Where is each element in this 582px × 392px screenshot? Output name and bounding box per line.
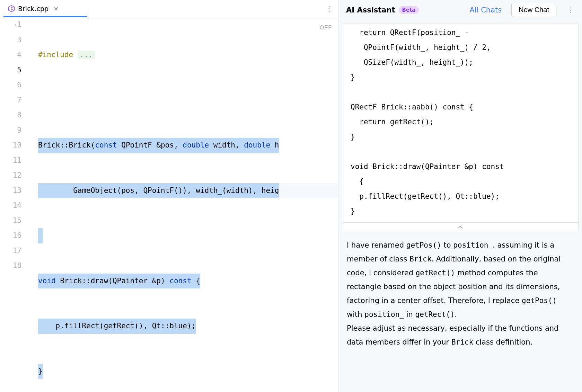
code-line [38, 228, 338, 243]
assistant-code-content[interactable]: return QRectF(position_ - QPointF(width_… [342, 24, 578, 222]
code-collapse-icon[interactable] [342, 222, 578, 231]
line-number: 1› [0, 17, 21, 33]
assistant-title: AI Assistant [346, 6, 395, 14]
line-number: 16 [0, 228, 21, 243]
assistant-more-icon[interactable]: ⋮ [567, 6, 574, 14]
code-line [38, 93, 338, 108]
line-number: 13 [0, 183, 21, 198]
line-number: 18 [0, 258, 21, 274]
line-number: 12 [0, 168, 21, 183]
tab-close-icon[interactable]: × [53, 5, 59, 12]
line-number: 17 [0, 243, 21, 259]
assistant-header: AI Assistant Beta All Chats New Chat ⋮ [338, 0, 582, 20]
file-tab[interactable]: C + + Brick.cpp × [3, 0, 63, 17]
line-number: 7 [0, 93, 21, 108]
gutter: 1› 3 4 5 6 7 8 9 10 11 12 13 14 15 16 17… [0, 17, 38, 392]
assistant-code-block: return QRectF(position_ - QPointF(width_… [342, 24, 579, 231]
code-area[interactable]: #include ... Brick::Brick(const QPointF … [38, 17, 338, 392]
line-number: 3 [0, 33, 21, 48]
editor-body[interactable]: OFF 1› 3 4 5 6 7 8 9 10 11 12 13 14 15 1… [0, 17, 338, 392]
line-number: 10 [0, 138, 21, 153]
assistant-pane: AI Assistant Beta All Chats New Chat ⋮ r… [338, 0, 582, 392]
code-line: #include ... [38, 47, 338, 63]
svg-text:+: + [12, 8, 14, 10]
line-number: 11 [0, 153, 21, 168]
new-chat-button[interactable]: New Chat [511, 3, 556, 17]
code-line: Brick::Brick(const QPointF &pos, double … [38, 138, 338, 153]
code-line: void Brick::draw(QPainter &p) const { [38, 274, 338, 289]
beta-badge: Beta [399, 6, 419, 14]
assistant-body[interactable]: return QRectF(position_ - QPointF(width_… [338, 20, 582, 392]
tab-bar: C + + Brick.cpp × ⋮ [0, 0, 338, 17]
line-number: 4 [0, 47, 21, 63]
line-number: 6 [0, 78, 21, 93]
all-chats-link[interactable]: All Chats [469, 6, 502, 14]
code-line: GameObject(pos, QPointF()), width_(width… [38, 183, 338, 198]
line-number: 9 [0, 123, 21, 138]
tab-filename: Brick.cpp [18, 5, 48, 12]
editor-pane: C + + Brick.cpp × ⋮ OFF 1› 3 4 5 6 7 8 9… [0, 0, 338, 392]
line-number: 15 [0, 213, 21, 229]
fold-arrow-icon[interactable]: › [14, 17, 17, 33]
assistant-response-text: I have renamed getPos() to position_, as… [342, 231, 579, 353]
cpp-file-icon: C + + [8, 5, 15, 12]
line-number: 8 [0, 108, 21, 123]
line-number: 14 [0, 198, 21, 213]
editor-more-icon[interactable]: ⋮ [326, 5, 334, 13]
line-number: 5 [0, 63, 21, 78]
code-line: } [38, 364, 338, 379]
code-line: p.fillRect(getRect(), Qt::blue); [38, 319, 338, 334]
